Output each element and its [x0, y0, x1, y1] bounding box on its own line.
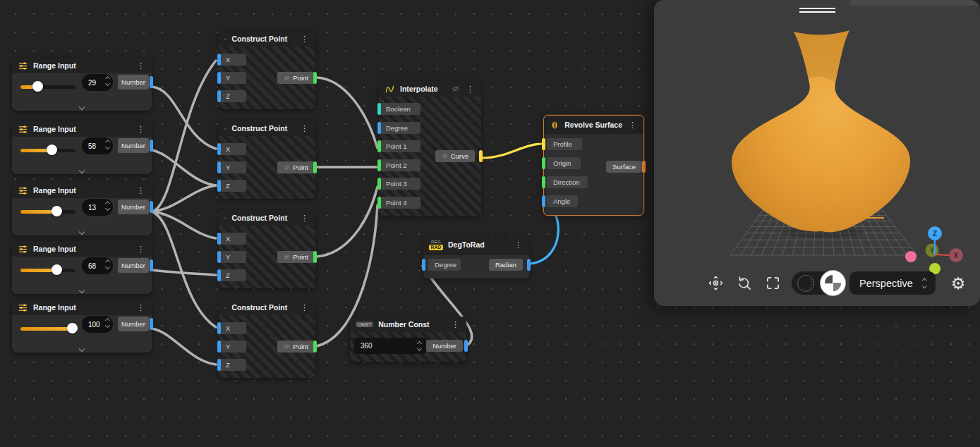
number-output-chip[interactable]: Number — [118, 317, 149, 331]
value-stepper[interactable] — [106, 319, 109, 327]
input-degree[interactable]: Degree — [428, 259, 461, 271]
kebab-menu-icon[interactable]: ⋮ — [513, 241, 524, 249]
shaded-mode-icon[interactable] — [821, 271, 845, 295]
input-socket-y[interactable] — [217, 251, 221, 263]
output-socket-curve[interactable] — [479, 150, 483, 162]
range-value-input[interactable]: 29 — [82, 74, 113, 91]
input-angle[interactable]: Angle — [547, 195, 578, 207]
output-socket-radian[interactable] — [527, 259, 531, 271]
number-output-chip[interactable]: Number — [118, 75, 149, 90]
input-point2[interactable]: Point 2 — [380, 159, 421, 171]
collapse-chevron-icon[interactable] — [12, 230, 152, 234]
input-profile[interactable]: Profile — [547, 138, 582, 150]
output-socket-surface[interactable] — [642, 161, 646, 173]
range-input-node[interactable]: Range Input ⋮ 58 Number — [12, 121, 152, 174]
input-socket-z[interactable] — [217, 90, 221, 102]
slider-thumb[interactable] — [47, 145, 57, 155]
wireframe-mode-icon[interactable] — [797, 275, 814, 292]
input-socket-z[interactable] — [217, 180, 221, 192]
construct-point-node[interactable]: Construct Point ⋮ X Y Z Point — [219, 300, 315, 378]
render-mode-toggle[interactable] — [792, 271, 845, 295]
node-header[interactable]: Range Input ⋮ — [12, 121, 152, 137]
range-value-input[interactable]: 58 — [82, 137, 113, 154]
node-header[interactable]: Construct Point ⋮ — [219, 31, 315, 47]
pan-tool-button[interactable] — [706, 273, 725, 293]
input-origin[interactable]: Origin — [547, 157, 581, 169]
preview-off-icon[interactable] — [452, 85, 460, 93]
input-socket-x[interactable] — [217, 233, 221, 245]
viewport-3d[interactable]: Y Z X — [654, 0, 980, 306]
input-socket-z[interactable] — [217, 269, 221, 281]
range-input-node[interactable]: Range Input ⋮ 29 Number — [12, 58, 152, 111]
input-point1[interactable]: Point 1 — [380, 140, 421, 152]
output-curve[interactable]: Curve — [435, 150, 475, 162]
input-y[interactable]: Y — [219, 251, 246, 263]
node-header[interactable]: Range Input ⋮ — [12, 241, 152, 257]
output-socket-point[interactable] — [313, 72, 317, 84]
node-header[interactable]: CNST Number Const ⋮ — [350, 317, 466, 332]
output-socket-number[interactable] — [150, 201, 153, 213]
kebab-menu-icon[interactable]: ⋮ — [135, 187, 146, 195]
range-input-node[interactable]: Range Input ⋮ 100 Number — [12, 300, 152, 353]
slider-thumb[interactable] — [32, 81, 43, 92]
output-socket-number[interactable] — [150, 318, 153, 330]
number-output-chip[interactable]: Number — [118, 200, 149, 214]
range-slider[interactable] — [20, 147, 75, 154]
value-stepper[interactable] — [418, 342, 421, 350]
node-header[interactable]: Construct Point ⋮ — [219, 121, 315, 136]
range-input-node[interactable]: Range Input ⋮ 68 Number — [12, 241, 152, 294]
collapse-chevron-icon[interactable] — [12, 169, 152, 173]
input-socket-point1[interactable] — [377, 140, 381, 152]
range-slider[interactable] — [20, 267, 75, 274]
input-socket-x[interactable] — [217, 54, 221, 66]
input-socket-profile[interactable] — [542, 138, 545, 150]
range-input-node[interactable]: Range Input ⋮ 13 Number — [12, 183, 152, 235]
value-stepper[interactable] — [106, 260, 109, 269]
input-socket-origin[interactable] — [542, 157, 545, 169]
input-z[interactable]: Z — [219, 359, 246, 371]
preview-off-icon[interactable] — [292, 124, 294, 133]
input-socket-direction[interactable] — [542, 176, 545, 188]
input-x[interactable]: X — [219, 143, 246, 155]
node-editor-canvas[interactable]: Range Input ⋮ 29 Number Range Input ⋮ — [0, 0, 980, 447]
kebab-menu-icon[interactable]: ⋮ — [135, 304, 146, 312]
input-x[interactable]: X — [219, 233, 246, 245]
collapse-chevron-icon[interactable] — [12, 347, 152, 351]
input-y[interactable]: Y — [219, 72, 246, 84]
construct-point-node[interactable]: Construct Point ⋮ X Y Z Point — [219, 31, 315, 109]
node-header[interactable]: Construct Point ⋮ — [219, 210, 315, 226]
input-socket-angle[interactable] — [542, 195, 545, 207]
output-socket-point[interactable] — [313, 161, 317, 173]
output-socket-number[interactable] — [150, 76, 153, 88]
value-stepper[interactable] — [106, 140, 109, 149]
axis-neg-x-ball[interactable] — [905, 251, 917, 262]
value-stepper[interactable] — [106, 77, 109, 85]
kebab-menu-icon[interactable]: ⋮ — [135, 245, 146, 253]
node-header[interactable]: Range Input ⋮ — [12, 58, 152, 73]
input-point3[interactable]: Point 3 — [380, 178, 421, 190]
input-socket-x[interactable] — [217, 143, 221, 155]
input-socket-boolean[interactable] — [377, 103, 381, 115]
camera-mode-dropdown[interactable]: Perspective — [849, 271, 936, 295]
value-stepper[interactable] — [106, 202, 109, 210]
preview-off-icon[interactable] — [292, 303, 294, 312]
output-radian[interactable]: Radian — [489, 259, 523, 271]
interpolate-node[interactable]: Interpolate ⋮ Boolean Degree Point 1 Poi… — [379, 81, 481, 216]
number-const-node[interactable]: CNST Number Const ⋮ 360 Number — [350, 317, 466, 362]
output-socket-point[interactable] — [313, 341, 317, 353]
range-value-input[interactable]: 100 — [82, 316, 113, 333]
construct-point-node[interactable]: Construct Point ⋮ X Y Z Point — [219, 210, 315, 288]
output-number[interactable]: Number — [426, 340, 463, 352]
reset-view-button[interactable] — [734, 273, 754, 293]
node-header[interactable]: Range Input ⋮ — [12, 300, 152, 315]
revolve-surface-node[interactable]: Revolve Surface ⋮ Profile Origin Directi… — [543, 115, 644, 216]
range-value-input[interactable]: 68 — [82, 257, 113, 274]
node-header[interactable]: Construct Point ⋮ — [219, 300, 315, 315]
output-point[interactable]: Point — [277, 341, 315, 353]
preview-off-icon[interactable] — [292, 214, 294, 222]
collapse-chevron-icon[interactable] — [12, 288, 152, 293]
fullscreen-button[interactable] — [763, 273, 782, 293]
input-degree[interactable]: Degree — [380, 122, 421, 134]
input-socket-y[interactable] — [217, 341, 221, 353]
kebab-menu-icon[interactable]: ⋮ — [299, 125, 310, 133]
